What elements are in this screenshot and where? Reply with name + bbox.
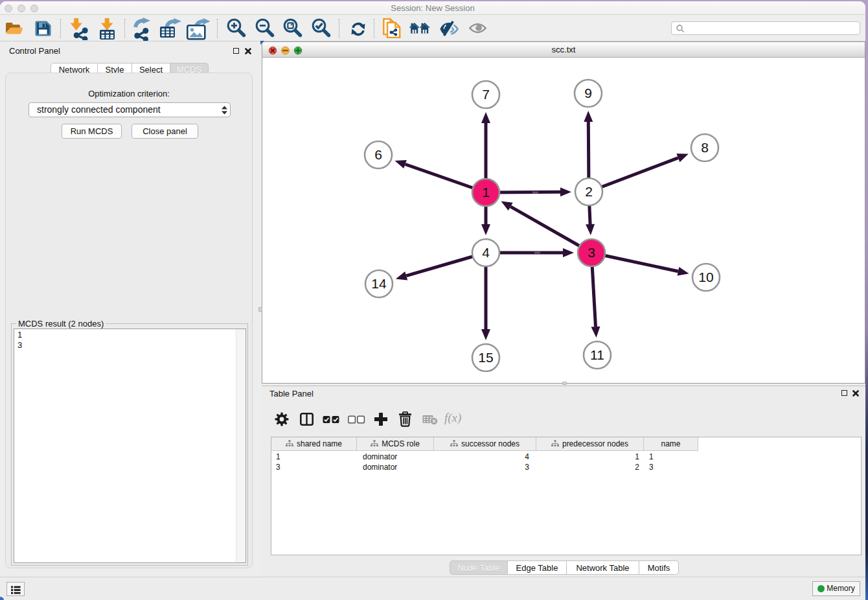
svg-text:6: 6 xyxy=(374,147,382,162)
svg-text:11: 11 xyxy=(590,347,604,362)
svg-text:1: 1 xyxy=(482,185,490,200)
svg-text:4: 4 xyxy=(482,245,490,260)
svg-text:7: 7 xyxy=(482,87,490,102)
svg-text:10: 10 xyxy=(698,270,713,284)
svg-text:15: 15 xyxy=(478,350,493,365)
svg-text:2: 2 xyxy=(585,184,593,199)
svg-text:3: 3 xyxy=(588,245,595,260)
svg-text:14: 14 xyxy=(371,276,387,291)
svg-text:8: 8 xyxy=(701,140,709,155)
svg-text:9: 9 xyxy=(584,86,592,100)
